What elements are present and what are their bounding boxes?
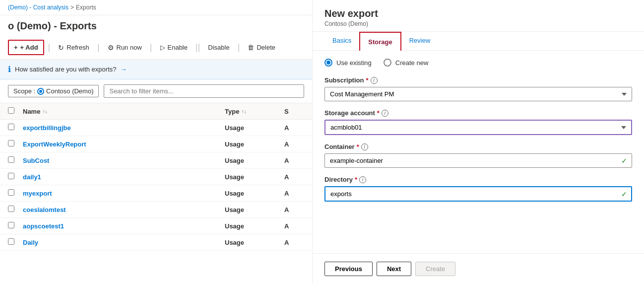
enable-icon: ▷ [160, 44, 165, 51]
add-label: + Add [20, 44, 38, 51]
disable-button[interactable]: Disable [204, 41, 233, 54]
row-checkbox[interactable] [8, 238, 14, 245]
info-banner: ℹ How satisfied are you with exports? → [0, 60, 312, 79]
name-sort-icon[interactable]: ↑↓ [42, 109, 47, 114]
row-checkbox[interactable] [8, 189, 14, 196]
container-input[interactable] [324, 153, 632, 168]
table-row: daily1 Usage A [0, 169, 312, 185]
type-sort-icon[interactable]: ↑↓ [241, 109, 246, 114]
export-name-link[interactable]: Daily [23, 239, 38, 246]
row-status: A [284, 239, 304, 246]
tab-storage[interactable]: Storage [359, 32, 401, 51]
directory-info-icon[interactable]: i [359, 176, 366, 183]
row-type: Usage [225, 206, 284, 213]
trash-icon: 🗑 [248, 44, 254, 51]
info-text: How satisfied are you with exports? [15, 66, 116, 73]
row-status: A [284, 173, 304, 181]
table-row: coeslalomtest Usage A [0, 202, 312, 218]
refresh-label: Refresh [66, 44, 89, 51]
refresh-icon: ↻ [58, 44, 64, 52]
container-check-icon: ✓ [621, 157, 627, 165]
tab-review[interactable]: Review [401, 32, 439, 50]
table-rows: exportbillingjbe Usage A ExportWeeklyRep… [0, 120, 312, 284]
row-checkbox[interactable] [8, 140, 14, 146]
create-button[interactable]: Create [415, 262, 455, 276]
left-panel: (Demo) - Cost analysis > Exports o (Demo… [0, 0, 313, 284]
container-label: Container * i [324, 143, 632, 150]
subscription-label: Subscription * i [324, 76, 632, 84]
enable-button[interactable]: ▷ Enable [156, 41, 192, 54]
directory-wrapper: ✓ [324, 186, 632, 202]
page-title: o (Demo) - Exports [0, 15, 312, 36]
row-checkbox[interactable] [8, 222, 14, 228]
row-checkbox[interactable] [8, 173, 14, 179]
right-panel: New export Contoso (Demo) Basics Storage… [313, 0, 644, 284]
use-existing-radio-circle [324, 59, 332, 67]
row-status: A [284, 190, 304, 197]
table-row: Daily Usage A [0, 234, 312, 251]
table-row: myexport Usage A [0, 185, 312, 202]
storage-account-select[interactable]: acmblob01 [324, 120, 632, 135]
container-field: Container * i ✓ [324, 143, 632, 168]
run-now-label: Run now [117, 44, 142, 51]
info-arrow[interactable]: → [120, 66, 127, 73]
search-input[interactable] [104, 84, 304, 98]
container-required: * [357, 143, 359, 150]
tabs: Basics Storage Review [313, 32, 644, 51]
export-name-link[interactable]: myexport [23, 190, 52, 197]
container-info-icon[interactable]: i [361, 143, 368, 150]
row-status: A [284, 222, 304, 230]
toolbar-separator-3: | [150, 42, 152, 53]
subscription-field: Subscription * i Cost Management PM [324, 76, 632, 101]
row-status: A [284, 124, 304, 132]
create-new-radio-circle [384, 59, 391, 67]
directory-required: * [355, 176, 357, 183]
footer-buttons: Previous Next Create [313, 253, 644, 284]
col-name-header: Name ↑↓ [23, 108, 225, 115]
row-checkbox[interactable] [8, 124, 14, 130]
storage-account-info-icon[interactable]: i [382, 110, 388, 117]
directory-input[interactable] [324, 186, 632, 202]
table-header: Name ↑↓ Type ↑↓ S [0, 103, 312, 120]
export-name-link[interactable]: exportbillingjbe [23, 124, 71, 132]
export-name-link[interactable]: aopscoetest1 [23, 222, 64, 230]
subscription-info-icon[interactable]: i [371, 77, 378, 84]
col-status-header: S [284, 108, 304, 115]
storage-account-field: Storage account * i acmblob01 [324, 109, 632, 135]
run-now-button[interactable]: ⚙ Run now [104, 41, 146, 55]
info-icon: ℹ [8, 65, 11, 74]
select-all-checkbox[interactable] [8, 107, 14, 114]
breadcrumb-exports: Exports [76, 4, 96, 11]
previous-button[interactable]: Previous [324, 262, 373, 276]
storage-account-required: * [377, 109, 380, 117]
toolbar-separator-5: | [238, 42, 240, 53]
export-name-link[interactable]: ExportWeeklyReport [23, 141, 86, 148]
container-wrapper: ✓ [324, 153, 632, 168]
next-button[interactable]: Next [377, 262, 411, 276]
toolbar-separator-2: | [97, 42, 100, 53]
row-checkbox[interactable] [8, 156, 14, 163]
export-name-link[interactable]: coeslalomtest [23, 206, 66, 213]
export-name-link[interactable]: SubCost [23, 157, 49, 164]
row-type: Usage [225, 222, 284, 230]
row-status: A [284, 141, 304, 148]
scope-dot [38, 89, 43, 94]
add-button[interactable]: + + Add [8, 40, 44, 55]
subscription-select[interactable]: Cost Management PM [324, 87, 632, 101]
disable-label: Disable [208, 44, 229, 51]
delete-button[interactable]: 🗑 Delete [244, 41, 279, 54]
scope-badge[interactable]: Scope : Contoso (Demo) [8, 85, 99, 97]
panel-header: New export Contoso (Demo) [313, 0, 644, 32]
enable-label: Enable [168, 44, 188, 51]
tab-basics[interactable]: Basics [324, 32, 359, 50]
toolbar-separator-1: | [48, 42, 51, 53]
table-row: aopscoetest1 Usage A [0, 218, 312, 234]
refresh-button[interactable]: ↻ Refresh [54, 41, 93, 55]
subscription-required: * [366, 76, 368, 84]
create-new-radio[interactable]: Create new [384, 59, 428, 67]
export-name-link[interactable]: daily1 [23, 173, 41, 181]
breadcrumb-cost-analysis[interactable]: (Demo) - Cost analysis [8, 4, 68, 11]
directory-field: Directory * i ✓ [324, 176, 632, 202]
row-checkbox[interactable] [8, 206, 14, 212]
use-existing-radio[interactable]: Use existing [324, 59, 372, 67]
